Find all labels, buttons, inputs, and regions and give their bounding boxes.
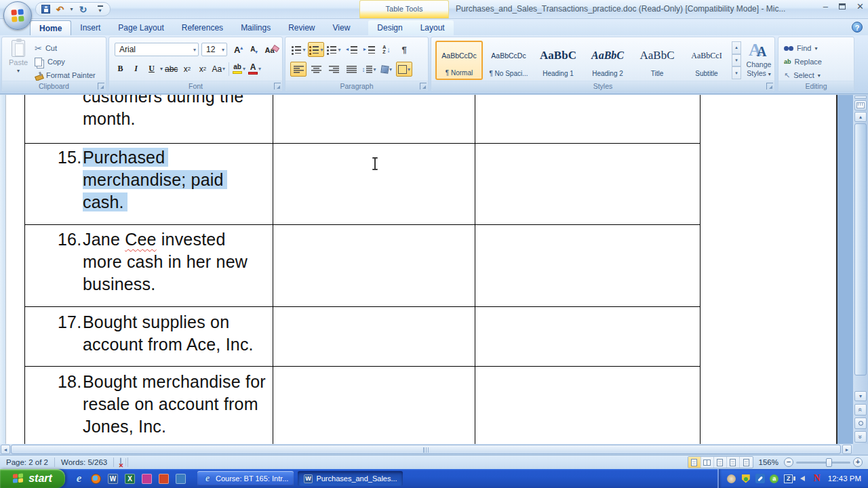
styles-dialog-launcher[interactable] (766, 83, 773, 89)
taskbar-task-word-document[interactable]: W Purchases_and_Sales... (298, 471, 402, 486)
line-spacing-button[interactable]: ↕▾ (361, 62, 377, 77)
style-no-spacing[interactable]: AaBbCcDc ¶ No Spaci... (485, 41, 532, 80)
vertical-scroll-thumb[interactable] (854, 123, 867, 375)
clear-formatting-button[interactable]: Aa (262, 43, 277, 57)
help-button[interactable]: ? (852, 22, 863, 33)
scroll-up-button[interactable]: ▴ (854, 112, 867, 122)
page-indicator[interactable]: Page: 2 of 2 (0, 458, 54, 466)
tab-references[interactable]: References (173, 20, 232, 35)
font-color-button[interactable]: A ▾ (248, 62, 262, 76)
style-subtitle[interactable]: AaBbCcI Subtitle (683, 41, 730, 80)
scroll-right-button[interactable]: ► (842, 445, 852, 454)
bold-button[interactable]: B (113, 62, 127, 76)
tab-view[interactable]: View (324, 20, 359, 35)
taskbar-task-browser[interactable]: e Course: BT 165: Intr... (197, 471, 294, 486)
web-layout-view-button[interactable] (714, 457, 727, 468)
tray-shield-icon[interactable] (741, 474, 751, 483)
excel-icon[interactable]: X (124, 473, 136, 485)
increase-indent-button[interactable] (361, 42, 377, 57)
tab-mailings[interactable]: Mailings (232, 20, 279, 35)
styles-gallery-more-button[interactable]: ▾ (732, 66, 741, 79)
replace-button[interactable]: ab Replace (784, 56, 822, 68)
quick-launch-icon-7[interactable] (175, 473, 186, 485)
justify-button[interactable] (343, 62, 359, 77)
align-left-button[interactable] (290, 62, 307, 77)
subscript-button[interactable]: x2 (180, 62, 194, 76)
zoom-in-button[interactable]: + (853, 458, 863, 467)
proofing-status-button[interactable] (114, 458, 127, 466)
font-dialog-launcher[interactable] (274, 83, 281, 89)
zoom-slider-thumb[interactable] (826, 458, 832, 467)
full-screen-reading-view-button[interactable] (701, 457, 714, 468)
internet-explorer-icon[interactable]: e (73, 473, 85, 485)
draft-view-button[interactable] (740, 457, 753, 468)
scroll-left-button[interactable]: ◄ (1, 445, 10, 454)
tab-layout[interactable]: Layout (412, 20, 454, 35)
grow-font-button[interactable]: A▴ (231, 43, 245, 57)
vertical-scrollbar[interactable]: ▴ ▾ « » (853, 95, 868, 444)
volume-icon[interactable] (798, 474, 808, 483)
font-size-combobox[interactable]: 12 ▾ (201, 43, 227, 56)
sort-button[interactable]: AZ↓ (378, 42, 395, 57)
styles-scroll-up-button[interactable]: ▴ (732, 41, 741, 54)
style-heading1[interactable]: AaBbC Heading 1 (534, 41, 582, 80)
align-right-button[interactable] (326, 62, 342, 77)
change-case-button[interactable]: Aa▾ (211, 62, 226, 76)
word-count-indicator[interactable]: Words: 5/263 (55, 458, 113, 466)
borders-button[interactable]: ▾ (396, 62, 412, 77)
paste-button[interactable]: Paste ▾ (5, 40, 31, 81)
bullets-button[interactable]: ▾ (290, 42, 307, 57)
find-button[interactable]: Find ▾ (784, 42, 817, 54)
firefox-icon[interactable] (90, 473, 102, 485)
clipboard-dialog-launcher[interactable] (98, 83, 104, 89)
close-button[interactable]: ✕ (856, 2, 864, 11)
styles-scroll-down-button[interactable]: ▾ (732, 54, 741, 67)
copy-button[interactable]: Copy (35, 55, 96, 68)
shading-button[interactable]: ▾ (378, 62, 395, 77)
italic-button[interactable]: I (129, 62, 143, 76)
quick-launch-icon-5[interactable] (141, 473, 153, 485)
tray-wrench-icon[interactable] (755, 474, 765, 483)
tab-home[interactable]: Home (30, 20, 71, 35)
align-center-button[interactable] (308, 62, 324, 77)
zoom-slider[interactable] (796, 462, 850, 464)
paragraph-dialog-launcher[interactable] (420, 83, 427, 89)
select-browse-object-button[interactable] (854, 418, 867, 429)
horizontal-scroll-thumb[interactable] (11, 445, 841, 454)
underline-button[interactable]: U (144, 62, 159, 76)
shrink-font-button[interactable]: A▾ (247, 43, 261, 57)
underline-dropdown[interactable]: ▾ (160, 66, 163, 72)
tab-insert[interactable]: Insert (71, 20, 109, 35)
minimize-button[interactable]: – (823, 2, 828, 11)
tray-icon-4[interactable]: a (770, 474, 779, 483)
horizontal-scrollbar[interactable]: ◄ ► (0, 444, 853, 455)
text-highlight-button[interactable]: ab ▾ (232, 62, 246, 76)
quick-launch-icon-6[interactable] (158, 473, 170, 485)
change-styles-button[interactable]: AA Change Styles ▾ (743, 40, 774, 82)
tab-design[interactable]: Design (368, 20, 411, 35)
customize-qat-button[interactable]: ▾ (94, 3, 106, 15)
tab-page-layout[interactable]: Page Layout (109, 20, 172, 35)
ruler-toggle-button[interactable] (854, 100, 867, 110)
undo-button[interactable]: ↶ (54, 3, 66, 15)
undo-dropdown-button[interactable]: ▾ (68, 3, 75, 15)
superscript-button[interactable]: x2 (195, 62, 210, 76)
font-name-combobox[interactable]: Arial ▾ (115, 43, 199, 56)
office-button[interactable] (3, 1, 32, 30)
decrease-indent-button[interactable] (343, 42, 359, 57)
select-button[interactable]: ↖ Select ▾ (784, 69, 821, 81)
multilevel-list-button[interactable]: ▾ (326, 42, 342, 57)
style-heading2[interactable]: AaBbC Heading 2 (584, 41, 631, 80)
scroll-down-button[interactable]: ▾ (854, 391, 867, 401)
cut-button[interactable]: ✂ Cut (35, 41, 96, 55)
save-button[interactable] (40, 3, 52, 15)
restore-button[interactable] (839, 2, 846, 11)
novell-icon[interactable]: N (812, 474, 822, 483)
show-formatting-marks-button[interactable]: ¶ (396, 42, 412, 57)
format-painter-button[interactable]: Format Painter (35, 68, 96, 82)
taskbar-clock[interactable]: 12:43 PM (827, 474, 861, 483)
style-title[interactable]: AaBbC Title (633, 41, 681, 80)
word-icon[interactable]: W (107, 473, 119, 485)
tray-icon-5[interactable]: Z (784, 474, 793, 483)
strikethrough-button[interactable]: abc (164, 62, 178, 76)
